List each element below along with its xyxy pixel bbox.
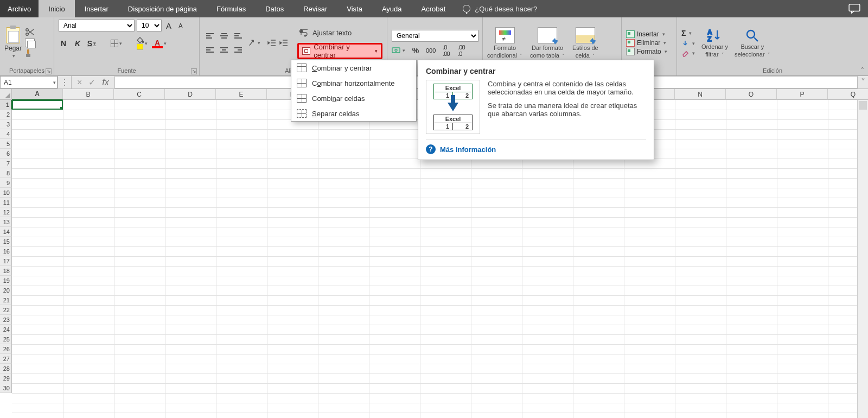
delete-cells-button[interactable]: Eliminar▾ bbox=[626, 39, 667, 47]
column-header-A[interactable]: A bbox=[12, 89, 63, 100]
format-cells-button[interactable]: Formato▾ bbox=[626, 48, 667, 55]
chevron-down-icon[interactable]: ▾ bbox=[375, 48, 378, 54]
column-header-O[interactable]: O bbox=[726, 89, 777, 100]
number-format-select[interactable]: General bbox=[392, 30, 478, 42]
row-header-9[interactable]: 9 bbox=[0, 178, 12, 188]
row-header-25[interactable]: 25 bbox=[0, 334, 12, 344]
format-painter-button[interactable] bbox=[25, 49, 35, 58]
row-header-8[interactable]: 8 bbox=[0, 168, 12, 178]
column-header-B[interactable]: B bbox=[63, 89, 114, 100]
bold-button[interactable]: N bbox=[59, 38, 68, 49]
orientation-button[interactable]: ▾ bbox=[247, 37, 260, 48]
paste-button[interactable]: Pegar ▾ bbox=[4, 27, 22, 59]
collapse-ribbon-button[interactable]: ⌃ bbox=[860, 66, 865, 73]
row-header-21[interactable]: 21 bbox=[0, 295, 12, 305]
increase-decimal-button[interactable]: .0.00 bbox=[441, 45, 451, 56]
menu-item-unmerge[interactable]: Separar celdas bbox=[291, 106, 416, 121]
column-header-N[interactable]: N bbox=[675, 89, 726, 100]
insert-function-button[interactable]: fx bbox=[102, 78, 108, 87]
menu-item-merge-center[interactable]: Combinar y centrar bbox=[291, 60, 416, 75]
fill-button[interactable]: ▾ bbox=[681, 40, 695, 47]
comments-button[interactable] bbox=[848, 0, 868, 17]
vertical-scrollbar[interactable] bbox=[857, 100, 868, 418]
dialog-launcher-icon[interactable]: ↘ bbox=[191, 68, 197, 74]
row-header-16[interactable]: 16 bbox=[0, 246, 12, 256]
row-header-1[interactable]: 1 bbox=[0, 100, 12, 110]
format-as-table-button[interactable]: Dar formato como tabla ˅ bbox=[530, 27, 565, 59]
decrease-font-button[interactable]: A bbox=[176, 20, 186, 31]
align-middle-button[interactable] bbox=[218, 30, 230, 42]
decrease-decimal-button[interactable]: .00.0 bbox=[456, 45, 466, 56]
active-cell-A1[interactable] bbox=[12, 100, 63, 110]
find-select-button[interactable]: Buscar y seleccionar ˅ bbox=[735, 28, 770, 58]
row-header-28[interactable]: 28 bbox=[0, 364, 12, 373]
cell-styles-button[interactable]: Estilos de celda ˅ bbox=[572, 27, 598, 59]
row-header-22[interactable]: 22 bbox=[0, 305, 12, 315]
row-header-7[interactable]: 7 bbox=[0, 159, 12, 168]
font-name-select[interactable]: Arial bbox=[59, 20, 135, 31]
underline-button[interactable]: S▾ bbox=[87, 38, 97, 49]
tooltip-more-info-link[interactable]: ? Más información bbox=[426, 144, 646, 154]
row-header-13[interactable]: 13 bbox=[0, 217, 12, 227]
menu-item-merge-across[interactable]: Combinar horizontalmente bbox=[291, 75, 416, 91]
comma-style-button[interactable]: 000 bbox=[426, 45, 436, 56]
align-top-button[interactable] bbox=[204, 30, 216, 42]
row-header-24[interactable]: 24 bbox=[0, 325, 12, 334]
row-header-29[interactable]: 29 bbox=[0, 373, 12, 383]
tab-disposicion[interactable]: Disposición de página bbox=[118, 0, 207, 17]
row-header-17[interactable]: 17 bbox=[0, 256, 12, 266]
row-header-11[interactable]: 11 bbox=[0, 198, 12, 207]
row-header-14[interactable]: 14 bbox=[0, 227, 12, 237]
dialog-launcher-icon[interactable]: ↘ bbox=[46, 68, 52, 74]
align-right-button[interactable] bbox=[232, 44, 244, 56]
font-color-button[interactable]: A ▾ bbox=[152, 38, 167, 49]
tab-inicio[interactable]: Inicio bbox=[39, 0, 74, 17]
row-header-23[interactable]: 23 bbox=[0, 315, 12, 325]
row-header-12[interactable]: 12 bbox=[0, 207, 12, 217]
accounting-format-button[interactable]: ▾ bbox=[392, 47, 405, 54]
conditional-formatting-button[interactable]: Formato condicional ˅ bbox=[487, 27, 522, 59]
tab-acrobat[interactable]: Acrobat bbox=[412, 0, 456, 17]
row-header-18[interactable]: 18 bbox=[0, 266, 12, 276]
column-header-C[interactable]: C bbox=[114, 89, 165, 100]
copy-button[interactable] bbox=[25, 39, 35, 47]
tab-insertar[interactable]: Insertar bbox=[75, 0, 118, 17]
column-header-E[interactable]: E bbox=[216, 89, 267, 100]
cut-button[interactable] bbox=[25, 28, 35, 36]
sort-filter-button[interactable]: AZ Ordenar y filtrar ˅ bbox=[701, 28, 728, 58]
insert-cells-button[interactable]: Insertar▾ bbox=[626, 30, 667, 38]
merge-center-button[interactable]: Combinar y centrar ▾ bbox=[297, 43, 382, 59]
percent-button[interactable]: % bbox=[411, 45, 420, 56]
row-header-30[interactable]: 30 bbox=[0, 383, 12, 393]
column-header-D[interactable]: D bbox=[165, 89, 216, 100]
align-bottom-button[interactable] bbox=[232, 30, 244, 42]
tab-vista[interactable]: Vista bbox=[337, 0, 372, 17]
row-header-6[interactable]: 6 bbox=[0, 149, 12, 159]
decrease-indent-button[interactable] bbox=[267, 37, 277, 48]
tab-formulas[interactable]: Fórmulas bbox=[207, 0, 256, 17]
tab-datos[interactable]: Datos bbox=[256, 0, 293, 17]
select-all-corner[interactable] bbox=[0, 89, 12, 100]
row-header-15[interactable]: 15 bbox=[0, 237, 12, 246]
cancel-entry-button[interactable]: × bbox=[77, 78, 82, 87]
name-box[interactable]: A1▾ bbox=[0, 76, 58, 88]
row-header-20[interactable]: 20 bbox=[0, 286, 12, 295]
tab-revisar[interactable]: Revisar bbox=[293, 0, 337, 17]
tab-ayuda[interactable]: Ayuda bbox=[372, 0, 412, 17]
row-header-27[interactable]: 27 bbox=[0, 354, 12, 364]
row-header-19[interactable]: 19 bbox=[0, 276, 12, 286]
tell-me-search[interactable]: ¿Qué desea hacer? bbox=[463, 0, 537, 17]
row-header-26[interactable]: 26 bbox=[0, 344, 12, 354]
row-header-4[interactable]: 4 bbox=[0, 129, 12, 139]
row-header-10[interactable]: 10 bbox=[0, 188, 12, 198]
menu-item-merge-cells[interactable]: Combinar celdas bbox=[291, 91, 416, 106]
align-center-button[interactable] bbox=[218, 44, 230, 56]
italic-button[interactable]: K bbox=[73, 38, 82, 49]
row-header-2[interactable]: 2 bbox=[0, 110, 12, 119]
expand-formula-bar-button[interactable]: ˅ bbox=[857, 76, 868, 88]
increase-font-button[interactable]: A bbox=[164, 20, 174, 31]
font-size-select[interactable]: 10 bbox=[137, 20, 162, 31]
fill-color-button[interactable]: ▾ bbox=[136, 38, 148, 49]
align-left-button[interactable] bbox=[204, 44, 216, 56]
borders-button[interactable]: ▾ bbox=[111, 38, 122, 49]
